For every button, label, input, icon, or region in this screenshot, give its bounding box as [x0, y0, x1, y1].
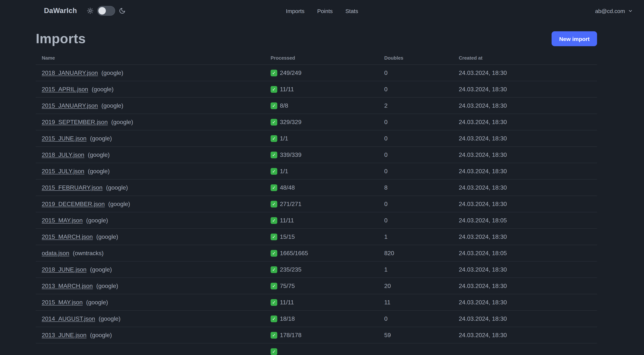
- import-file-link[interactable]: 2018_JULY.json: [42, 151, 84, 158]
- table-row: 2015_MAY.json (google) ✓ 11/11 0 24.03.2…: [36, 212, 597, 229]
- name-cell: 2015_JULY.json (google): [36, 168, 264, 175]
- processed-cell: ✓ 178/178: [264, 332, 378, 339]
- success-check-icon: ✓: [270, 332, 277, 339]
- theme-toggle[interactable]: [87, 6, 126, 16]
- import-source: (google): [106, 184, 128, 191]
- table-row: 2015_APRIL.json (google) ✓ 11/11 0 24.03…: [36, 81, 597, 98]
- table-row: 2018_JULY.json (google) ✓ 339/339 0 24.0…: [36, 147, 597, 163]
- name-cell: odata.json (owntracks): [36, 250, 264, 257]
- import-source: (google): [88, 151, 110, 158]
- table-row: 2015_JUNE.json (google) ✓ 1/1 0 24.03.20…: [36, 130, 597, 147]
- import-source: (google): [88, 168, 110, 174]
- created-at: 24.03.2024, 18:30: [453, 332, 597, 339]
- import-file-link[interactable]: 2015_MARCH.json: [42, 233, 93, 240]
- name-cell: 2018_JULY.json (google): [36, 151, 264, 158]
- success-check-icon: ✓: [270, 102, 277, 109]
- success-check-icon: ✓: [270, 348, 277, 355]
- imports-table: Name Processed Doubles Created at 2018_J…: [36, 51, 597, 355]
- table-row-partial: ✓: [36, 344, 597, 355]
- navbar-left: DaWarIch: [44, 6, 126, 16]
- doubles-count: 11: [378, 299, 453, 306]
- success-check-icon: ✓: [270, 119, 277, 125]
- created-at: 24.03.2024, 18:30: [453, 102, 597, 109]
- chevron-down-icon: [628, 8, 633, 13]
- created-at: 24.03.2024, 18:05: [453, 250, 597, 257]
- name-cell: [36, 348, 264, 355]
- import-file-link[interactable]: 2014_AUGUST.json: [42, 315, 95, 322]
- created-at: 24.03.2024, 18:30: [453, 135, 597, 142]
- processed-count: 18/18: [280, 315, 295, 322]
- name-cell: 2013_MARCH.json (google): [36, 283, 264, 289]
- main-nav: Imports Points Stats: [286, 0, 358, 21]
- success-check-icon: ✓: [270, 315, 277, 322]
- success-check-icon: ✓: [270, 266, 277, 273]
- import-file-link[interactable]: 2019_SEPTEMBER.json: [42, 119, 108, 125]
- nav-link-imports[interactable]: Imports: [286, 8, 304, 14]
- import-file-link[interactable]: 2013_JUNE.json: [42, 332, 86, 338]
- import-file-link[interactable]: odata.json: [42, 250, 69, 256]
- import-source: (google): [101, 69, 123, 76]
- processed-count: 11/11: [280, 299, 294, 306]
- processed-cell: ✓ 271/271: [264, 201, 378, 207]
- name-cell: 2018_JANUARY.json (google): [36, 69, 264, 76]
- success-check-icon: ✓: [270, 233, 277, 240]
- import-file-link[interactable]: 2015_MAY.json: [42, 217, 82, 223]
- processed-count: 11/11: [280, 217, 294, 224]
- processed-count: 339/339: [280, 151, 302, 158]
- import-file-link[interactable]: 2015_FEBRUARY.json: [42, 184, 102, 191]
- table-row: 2015_MAY.json (google) ✓ 11/11 11 24.03.…: [36, 294, 597, 311]
- created-at: 24.03.2024, 18:30: [453, 151, 597, 158]
- theme-toggle-switch[interactable]: [97, 6, 115, 16]
- success-check-icon: ✓: [270, 217, 277, 224]
- name-cell: 2015_MAY.json (google): [36, 299, 264, 306]
- created-at: 24.03.2024, 18:30: [453, 119, 597, 125]
- import-source: (google): [92, 86, 114, 92]
- import-source: (google): [86, 299, 108, 305]
- doubles-count: 0: [378, 168, 453, 175]
- nav-link-points[interactable]: Points: [317, 8, 332, 14]
- new-import-button[interactable]: New import: [552, 31, 597, 46]
- import-file-link[interactable]: 2015_JANUARY.json: [42, 102, 98, 109]
- nav-link-stats[interactable]: Stats: [346, 8, 358, 14]
- import-source: (owntracks): [73, 250, 104, 256]
- navbar: DaWarIch Imports Points Stats ab@cd.com: [0, 0, 644, 21]
- table-row: 2013_JUNE.json (google) ✓ 178/178 59 24.…: [36, 327, 597, 344]
- user-menu[interactable]: ab@cd.com: [595, 8, 633, 14]
- name-cell: 2013_JUNE.json (google): [36, 332, 264, 339]
- table-row: 2014_AUGUST.json (google) ✓ 18/18 0 24.0…: [36, 311, 597, 327]
- column-header-doubles: Doubles: [378, 55, 453, 61]
- doubles-count: 0: [378, 69, 453, 76]
- processed-cell: ✓ 75/75: [264, 283, 378, 289]
- table-row: 2015_JULY.json (google) ✓ 1/1 0 24.03.20…: [36, 163, 597, 180]
- processed-count: 75/75: [280, 283, 295, 289]
- doubles-count: 20: [378, 283, 453, 289]
- import-file-link[interactable]: 2013_MARCH.json: [42, 283, 93, 289]
- import-file-link[interactable]: 2018_JUNE.json: [42, 266, 86, 273]
- processed-cell: ✓ 1/1: [264, 135, 378, 142]
- import-file-link[interactable]: 2018_JANUARY.json: [42, 69, 98, 76]
- import-source: (google): [86, 217, 108, 223]
- created-at: 24.03.2024, 18:30: [453, 201, 597, 207]
- success-check-icon: ✓: [270, 250, 277, 257]
- app-logo[interactable]: DaWarIch: [44, 7, 77, 15]
- created-at: 24.03.2024, 18:30: [453, 315, 597, 322]
- processed-count: 15/15: [280, 233, 295, 240]
- created-at: 24.03.2024, 18:05: [453, 217, 597, 224]
- import-file-link[interactable]: 2015_JULY.json: [42, 168, 84, 174]
- import-file-link[interactable]: 2015_MAY.json: [42, 299, 82, 305]
- table-body: 2018_JANUARY.json (google) ✓ 249/249 0 2…: [36, 65, 597, 355]
- import-source: (google): [108, 201, 130, 207]
- success-check-icon: ✓: [270, 184, 277, 191]
- import-file-link[interactable]: 2019_DECEMBER.json: [42, 201, 105, 207]
- table-row: 2013_MARCH.json (google) ✓ 75/75 20 24.0…: [36, 278, 597, 294]
- table-row: 2015_MARCH.json (google) ✓ 15/15 1 24.03…: [36, 229, 597, 245]
- column-header-name: Name: [36, 55, 264, 61]
- name-cell: 2015_JUNE.json (google): [36, 135, 264, 142]
- table-row: odata.json (owntracks) ✓ 1665/1665 820 2…: [36, 245, 597, 262]
- moon-icon: [119, 7, 126, 14]
- import-file-link[interactable]: 2015_APRIL.json: [42, 86, 88, 92]
- import-file-link[interactable]: 2015_JUNE.json: [42, 135, 86, 141]
- name-cell: 2015_JANUARY.json (google): [36, 102, 264, 109]
- doubles-count: 0: [378, 217, 453, 224]
- processed-cell: ✓ 11/11: [264, 86, 378, 93]
